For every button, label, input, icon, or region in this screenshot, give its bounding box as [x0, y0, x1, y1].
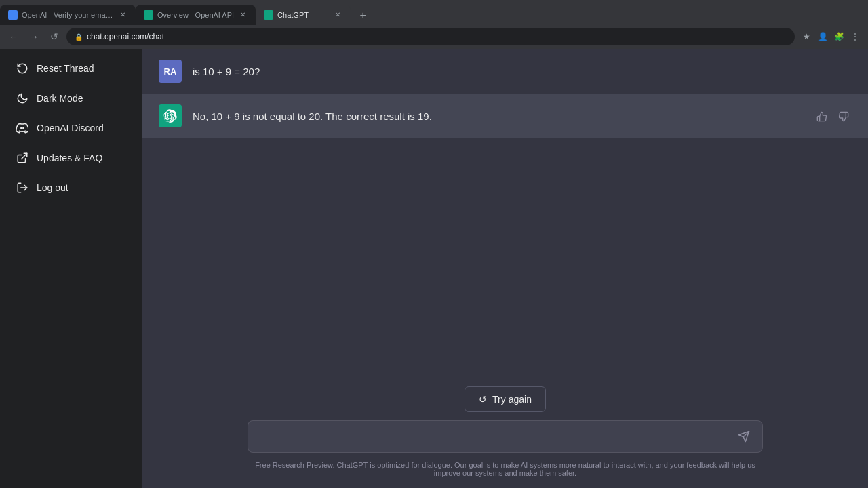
logout-icon	[16, 182, 28, 194]
tab-title-3: ChatGPT	[277, 11, 329, 19]
message-row-assistant: No, 10 + 9 is not equal to 20. The corre…	[142, 94, 868, 138]
tab-favicon-3	[264, 10, 273, 20]
bookmark-icon[interactable]: ★	[799, 29, 814, 44]
send-button[interactable]	[735, 428, 753, 445]
extensions-icon[interactable]: 🧩	[831, 29, 846, 44]
retry-icon: ↺	[479, 394, 487, 405]
browser-actions: ★ 👤 🧩 ⋮	[799, 29, 863, 44]
assistant-avatar	[159, 104, 182, 127]
reload-button[interactable]: ↺	[46, 28, 62, 45]
sidebar-item-updates-faq[interactable]: Updates & FAQ	[5, 144, 137, 172]
svg-line-0	[22, 153, 27, 159]
external-link-icon	[16, 152, 28, 164]
message-row-user: RA is 10 + 9 = 20?	[142, 49, 868, 94]
sidebar-label-discord: OpenAI Discord	[37, 123, 104, 134]
input-row	[248, 420, 763, 453]
sidebar-label-logout: Log out	[37, 182, 68, 193]
url-text: chat.openai.com/chat	[87, 32, 164, 41]
forward-button[interactable]: →	[26, 28, 42, 45]
chat-area: RA is 10 + 9 = 20? No, 10 + 9 is not equ…	[142, 49, 868, 488]
sidebar-item-reset-thread[interactable]: Reset Thread	[5, 54, 137, 83]
sidebar-item-dark-mode[interactable]: Dark Mode	[5, 84, 137, 113]
app-layout: Reset Thread Dark Mode OpenAI Discord Up…	[0, 49, 868, 488]
sidebar-label-dark-mode: Dark Mode	[37, 93, 83, 104]
sidebar-item-logout[interactable]: Log out	[5, 174, 137, 202]
tab-3[interactable]: ChatGPT ✕	[256, 5, 351, 25]
send-icon	[738, 430, 750, 443]
new-tab-button[interactable]: +	[353, 6, 372, 25]
address-bar-row: ← → ↺ 🔒 chat.openai.com/chat ★ 👤 🧩 ⋮	[0, 25, 868, 49]
menu-icon[interactable]: ⋮	[848, 29, 863, 44]
chat-input[interactable]	[258, 431, 730, 442]
tab-favicon-1	[8, 10, 18, 20]
sidebar-label-reset-thread: Reset Thread	[37, 63, 94, 74]
tab-close-1[interactable]: ✕	[118, 10, 127, 20]
tab-favicon-2	[144, 10, 153, 20]
disclaimer-text: Free Research Preview. ChatGPT is optimi…	[248, 461, 763, 483]
assistant-message-content: No, 10 + 9 is not equal to 20. The corre…	[193, 104, 803, 125]
sidebar-item-discord[interactable]: OpenAI Discord	[5, 114, 137, 142]
messages-container: RA is 10 + 9 = 20? No, 10 + 9 is not equ…	[142, 49, 868, 375]
sidebar-label-updates-faq: Updates & FAQ	[37, 152, 102, 163]
tab-title-2: Overview - OpenAI API	[157, 11, 234, 19]
message-actions	[814, 104, 852, 125]
browser-chrome: OpenAI - Verify your email - ra... ✕ Ove…	[0, 0, 868, 49]
reset-icon	[16, 62, 28, 75]
address-bar[interactable]: 🔒 chat.openai.com/chat	[66, 28, 795, 45]
moon-icon	[16, 92, 28, 104]
tab-close-3[interactable]: ✕	[333, 10, 342, 20]
profile-icon[interactable]: 👤	[815, 29, 830, 44]
thumbs-up-button[interactable]	[814, 108, 830, 125]
user-message-content: is 10 + 9 = 20?	[193, 60, 852, 80]
user-avatar: RA	[159, 60, 182, 83]
thumbs-down-button[interactable]	[835, 108, 852, 125]
back-button[interactable]: ←	[5, 28, 22, 45]
tab-1[interactable]: OpenAI - Verify your email - ra... ✕	[0, 5, 136, 25]
discord-icon	[16, 122, 28, 134]
lock-icon: 🔒	[75, 33, 83, 41]
tab-close-2[interactable]: ✕	[238, 10, 248, 20]
bottom-area: ↺ Try again Free Research Preview. ChatG…	[142, 375, 868, 488]
sidebar: Reset Thread Dark Mode OpenAI Discord Up…	[0, 49, 142, 488]
tab-2[interactable]: Overview - OpenAI API ✕	[136, 5, 256, 25]
tab-title-1: OpenAI - Verify your email - ra...	[22, 11, 114, 19]
try-again-button[interactable]: ↺ Try again	[465, 386, 546, 412]
try-again-label: Try again	[492, 394, 532, 405]
tab-bar: OpenAI - Verify your email - ra... ✕ Ove…	[0, 0, 868, 25]
